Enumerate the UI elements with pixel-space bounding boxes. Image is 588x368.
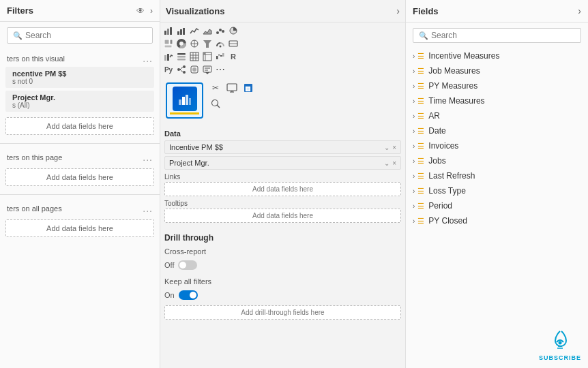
filter-item-2[interactable]: Project Mgr. s (All) [5,91,154,112]
viz-icon-decomp-tree[interactable] [176,64,187,75]
links-add-btn[interactable]: Add data fields here [164,182,401,196]
filters-search-input[interactable] [25,31,147,40]
viz-icon-pie[interactable] [228,25,239,36]
fields-chevron-right-icon[interactable]: › [578,5,581,16]
filter-item-1[interactable]: ncentive PM $$ s not 0 [5,67,154,88]
drill-add-btn[interactable]: Add drill-through fields here [164,305,401,320]
viz-icon-map[interactable] [189,38,200,49]
chevron-down-icon-2[interactable]: ⌄ [384,159,389,167]
viz-icon-bar-chart[interactable] [176,25,187,36]
filters-panel: Filters 👁 › 🔍 ters on this visual ... nc… [0,0,160,368]
viz-icon-matrix[interactable] [202,51,213,62]
viz-selected-card[interactable] [166,82,203,119]
fields-search-box[interactable]: 🔍 [413,28,581,43]
viz-icon-smart-narrative[interactable] [202,64,213,75]
svg-rect-23 [167,54,169,61]
fields-search-input[interactable] [431,31,575,40]
field-group-4[interactable]: › ☰ AR [406,108,588,123]
viz-icon-kpi[interactable] [163,51,174,62]
field-group-0[interactable]: › ☰ Incentive Measures [406,48,588,63]
add-data-btn-page[interactable]: Add data fields here [5,168,154,186]
build-field-1-icons: ⌄ × [384,144,396,151]
remove-icon-2[interactable]: × [392,159,396,167]
viz-icon-donut[interactable] [176,38,187,49]
viz-icon-r-visual[interactable]: R [228,51,239,62]
build-field-1-name: Incentive PM $$ [169,143,223,151]
build-field-2[interactable]: Project Mgr. ⌄ × [164,156,401,170]
drill-through-section: Drill through Cross-report Off Keep all … [160,228,405,324]
filter-item-1-title: ncentive PM $$ [12,70,147,78]
viz-icon-stacked-bar[interactable] [163,25,174,36]
field-group-name-3: Time Measures [428,96,484,106]
add-data-btn-all-pages[interactable]: Add data fields here [5,219,154,237]
field-chevron-7: › [413,157,415,165]
field-chevron-10: › [413,202,415,210]
viz-icon-treemap[interactable] [163,38,174,49]
on-this-visual-dots[interactable]: ... [143,53,153,64]
field-group-6[interactable]: › ☰ Invoices [406,138,588,153]
add-data-btn-visual[interactable]: Add data fields here [5,117,154,135]
svg-rect-55 [227,84,237,91]
field-group-2[interactable]: › ☰ PY Measures [406,78,588,93]
fields-title: Fields [413,6,439,16]
viz-icon-more[interactable]: ⋯ [215,64,226,75]
chevron-right-icon[interactable]: › [150,6,153,16]
viz-icon-line-chart[interactable] [189,25,200,36]
eye-icon[interactable]: 👁 [136,6,145,16]
svg-rect-3 [177,31,179,35]
remove-icon[interactable]: × [392,144,396,151]
viz-icon-area-chart[interactable] [202,25,213,36]
viz-search-magnify-icon[interactable] [209,97,222,110]
viz-icon-slicer[interactable] [176,51,187,62]
viz-expand-icon[interactable]: ▦ [241,81,255,95]
svg-rect-0 [164,31,166,35]
svg-point-42 [183,71,186,74]
viz-icon-waterfall[interactable] [215,51,226,62]
cross-report-toggle[interactable] [178,260,197,270]
svg-point-19 [220,46,222,48]
filters-header-icons: 👁 › [136,6,153,16]
build-section: Data Incentive PM $$ ⌄ × Project Mgr. ⌄ … [160,124,405,228]
data-section-title: Data [164,127,401,140]
svg-rect-4 [180,29,182,35]
chevron-down-icon[interactable]: ⌄ [384,144,389,151]
field-chevron-6: › [413,142,415,150]
field-group-name-2: PY Measures [428,81,477,91]
svg-rect-24 [177,53,186,55]
viz-icon-gauge[interactable] [215,38,226,49]
viz-scissors-icon[interactable]: ✂ [209,81,222,95]
field-group-8[interactable]: › ☰ Last Refresh [406,168,588,183]
field-group-name-10: Period [428,201,452,211]
field-table-icon-8: ☰ [417,172,424,181]
field-group-5[interactable]: › ☰ Date [406,123,588,138]
viz-icon-funnel[interactable] [202,38,213,49]
build-field-1[interactable]: Incentive PM $$ ⌄ × [164,140,401,154]
field-group-3[interactable]: › ☰ Time Measures [406,93,588,108]
viz-icon-python[interactable]: Py [163,64,174,75]
viz-icon-ai-visual[interactable] [189,64,200,75]
fields-panel: Fields › 🔍 › ☰ Incentive Measures › ☰ Jo… [406,0,588,368]
viz-icon-scatter[interactable] [215,25,226,36]
svg-rect-47 [203,66,211,72]
viz-icon-table[interactable] [189,51,200,62]
viz-chevron-right-icon[interactable]: › [396,5,400,16]
field-group-10[interactable]: › ☰ Period [406,198,588,213]
field-group-1[interactable]: › ☰ Job Measures [406,63,588,78]
svg-line-61 [217,105,220,108]
filters-search-box[interactable]: 🔍 [7,27,153,44]
svg-rect-35 [203,52,205,55]
on-all-pages-dots[interactable]: ... [143,203,153,214]
tooltips-add-btn[interactable]: Add data fields here [164,209,401,223]
viz-monitor-icon[interactable] [225,81,239,95]
field-group-7[interactable]: › ☰ Jobs [406,153,588,168]
mid-panel: Visualizations › [160,0,406,368]
field-chevron-5: › [413,127,415,135]
keep-filters-toggle[interactable] [179,290,198,300]
field-chevron-9: › [413,187,415,195]
field-table-icon-4: ☰ [417,112,424,121]
field-group-11[interactable]: › ☰ PY Closed [406,213,588,228]
on-this-page-dots[interactable]: ... [143,152,153,163]
divider-1 [0,143,160,144]
field-group-9[interactable]: › ☰ Loss Type [406,183,588,198]
viz-icon-card[interactable] [228,38,239,49]
